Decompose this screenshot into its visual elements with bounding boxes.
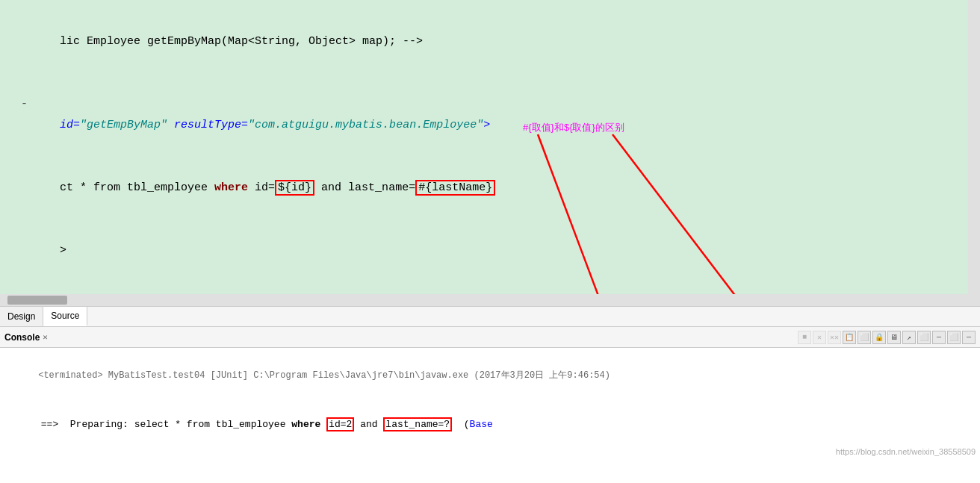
lastname-highlight: last_name=? — [383, 417, 452, 431]
base-link-1[interactable]: Base — [470, 419, 493, 430]
tab-source[interactable]: Source — [43, 307, 87, 326]
code-line-1: lic Employee getEmpByMap(Map<String, Obj… — [0, 10, 980, 73]
vertical-scrollbar[interactable] — [968, 0, 980, 306]
console-line-2: ==> Parameters: Tom(String) (BaseJdbcLog… — [6, 449, 974, 458]
id-highlight: id=2 — [326, 417, 354, 431]
console-close[interactable]: ✕ — [43, 332, 48, 342]
monitor-button[interactable]: 🖥 — [887, 331, 901, 344]
scrollbar-thumb[interactable] — [7, 296, 67, 305]
console-area: Console ✕ ■ ✕ ✕✕ 📋 ⬜ 🔒 🖥 ↗ ⬜ — ⬜ — < — [0, 327, 980, 458]
maximize-button[interactable]: ⬜ — [947, 331, 961, 344]
console-toolbar: ■ ✕ ✕✕ 📋 ⬜ 🔒 🖥 ↗ ⬜ — ⬜ — — [798, 331, 976, 344]
console-content: <terminated> MyBatisTest.test04 [JUnit] … — [0, 348, 980, 458]
terminated-line: <terminated> MyBatisTest.test04 [JUnit] … — [6, 351, 974, 400]
console-line-1: ==> Preparing: select * from tbl_employe… — [6, 400, 974, 449]
close-toolbar-button[interactable]: — — [962, 331, 976, 344]
tab-design[interactable]: Design — [0, 307, 43, 326]
code-line-2: - id="getEmpByMap" resultType="com.atgui… — [0, 73, 980, 157]
view-button[interactable]: ⬜ — [917, 331, 931, 344]
remove-button[interactable]: ✕ — [813, 331, 826, 344]
lock-button[interactable]: 🔒 — [872, 331, 886, 344]
editor-area: #{取值}和${取值}的区别 lic Employee getEmpByMap(… — [0, 0, 980, 306]
code-line-4: > — [0, 219, 980, 282]
code-line-3: ct * from tbl_employee where id=${id} an… — [0, 157, 980, 219]
watermark: https://blog.csdn.net/weixin_38558509 — [836, 447, 976, 456]
paste-button[interactable]: ⬜ — [858, 331, 871, 344]
console-title: Console — [4, 332, 40, 343]
horizontal-scrollbar[interactable] — [0, 294, 968, 306]
console-header: Console ✕ ■ ✕ ✕✕ 📋 ⬜ 🔒 🖥 ↗ ⬜ — ⬜ — — [0, 327, 980, 348]
remove-all-button[interactable]: ✕✕ — [828, 331, 841, 344]
tab-bar: Design Source — [0, 306, 980, 327]
stop-button[interactable]: ■ — [798, 331, 811, 344]
minimize-button[interactable]: — — [932, 331, 946, 344]
copy-button[interactable]: 📋 — [843, 331, 856, 344]
export-button[interactable]: ↗ — [902, 331, 916, 344]
